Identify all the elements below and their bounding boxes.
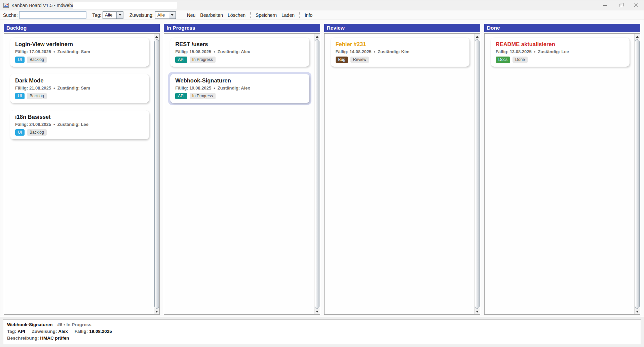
card-body: Fehler #231Fällig: 14.08.2025•Zuständig:…	[331, 38, 469, 67]
scroll-up-button[interactable]	[314, 34, 320, 39]
close-button[interactable]	[628, 0, 644, 10]
column-scrollbar[interactable]	[314, 34, 320, 314]
card-due: Fällig: 21.08.2025	[15, 85, 51, 91]
card[interactable]: REST /usersFällig: 15.08.2025•Zuständig:…	[168, 36, 311, 69]
scrollbar-thumb[interactable]	[315, 39, 319, 309]
tag-filter-select[interactable]: Alle	[103, 11, 123, 19]
arrow-up-icon	[636, 36, 639, 38]
bullet-separator: •	[214, 49, 215, 54]
scroll-down-button[interactable]	[314, 309, 320, 314]
scroll-down-button[interactable]	[635, 309, 640, 314]
column-panel: README aktualisierenFällig: 13.08.2025•Z…	[484, 33, 640, 315]
detail-assignment-label: Zuweisung:	[32, 329, 57, 334]
card[interactable]: Login-View verfeinernFällig: 17.08.2025•…	[8, 36, 151, 69]
card-tags: UIBacklog	[15, 57, 144, 63]
card-meta: Fällig: 13.08.2025•Zuständig: Lee	[496, 49, 624, 54]
kanban-column-done: DoneREADME aktualisierenFällig: 13.08.20…	[484, 24, 640, 315]
column-card-list: REST /usersFällig: 15.08.2025•Zuständig:…	[164, 34, 314, 314]
scroll-down-button[interactable]	[475, 309, 480, 314]
tag-chip-in-progress: In Progress	[190, 57, 216, 63]
card[interactable]: Fehler #231Fällig: 14.08.2025•Zuständig:…	[329, 36, 471, 69]
column-card-list: Fehler #231Fällig: 14.08.2025•Zuständig:…	[325, 34, 474, 314]
card-title: Login-View verfeinern	[15, 41, 144, 47]
scroll-down-button[interactable]	[154, 309, 159, 314]
column-scrollbar[interactable]	[154, 34, 159, 314]
tag-chip-review: Review	[350, 57, 369, 63]
toolbar-button-neu[interactable]: Neu	[185, 11, 198, 19]
card-tags: UIBacklog	[15, 93, 144, 99]
bullet-separator: •	[53, 122, 55, 127]
arrow-down-icon	[476, 311, 479, 313]
card[interactable]: i18n BasissetFällig: 24.08.2025•Zuständi…	[8, 108, 151, 141]
title-bar: Kanban Board V1.5 - mdwebdev.de	[0, 0, 644, 10]
toolbar-button-speichern[interactable]: Speichern	[253, 11, 279, 19]
titlebar-highlight-box	[73, 2, 177, 9]
kanban-column-review: ReviewFehler #231Fällig: 14.08.2025•Zust…	[324, 24, 480, 315]
card-title: REST /users	[175, 41, 304, 47]
column-header: Done	[484, 24, 640, 32]
column-panel: Login-View verfeinernFällig: 17.08.2025•…	[4, 33, 160, 315]
tag-chip-api: API	[175, 93, 187, 99]
tag-chip-ui: UI	[15, 129, 25, 136]
toolbar-button-l-schen[interactable]: Löschen	[225, 11, 248, 19]
detail-line-1: Webhook-Signaturen #6 • In Progress	[7, 321, 637, 328]
card-due: Fällig: 17.08.2025	[15, 49, 51, 54]
bullet-separator: •	[53, 49, 55, 54]
bullet-separator: •	[53, 85, 55, 91]
card-due: Fällig: 24.08.2025	[15, 122, 51, 127]
card-assignee: Zuständig: Alex	[218, 85, 250, 91]
toolbar-button-bearbeiten[interactable]: Bearbeiten	[198, 11, 225, 19]
column-card-list: README aktualisierenFällig: 13.08.2025•Z…	[485, 34, 634, 314]
assignment-filter-label: Zuweisung:	[129, 12, 154, 18]
scroll-up-button[interactable]	[635, 34, 640, 39]
scrollbar-thumb[interactable]	[635, 39, 640, 309]
column-scrollbar[interactable]	[634, 34, 640, 314]
card[interactable]: Webhook-SignaturenFällig: 19.08.2025•Zus…	[168, 72, 311, 105]
minimize-button[interactable]	[597, 0, 613, 10]
column-header: Backlog	[4, 24, 160, 32]
tag-chip-backlog: Backlog	[27, 57, 47, 63]
tag-filter-label: Tag:	[92, 12, 101, 18]
chevron-down-icon[interactable]	[169, 12, 176, 19]
detail-description-value: HMAC prüfen	[40, 336, 69, 341]
assignment-filter-select[interactable]: Alle	[155, 11, 176, 19]
column-header: Review	[324, 24, 480, 32]
card-title: README aktualisieren	[496, 41, 624, 47]
tag-chip-backlog: Backlog	[27, 93, 47, 99]
scrollbar-thumb[interactable]	[154, 39, 159, 309]
card-title: Webhook-Signaturen	[175, 77, 304, 84]
tag-chip-done: Done	[513, 57, 528, 63]
card-assignee: Zuständig: Sam	[58, 85, 90, 91]
kanban-column-in-progress: In ProgressREST /usersFällig: 15.08.2025…	[164, 24, 320, 315]
card-tags: APIIn Progress	[175, 57, 304, 63]
arrow-down-icon	[636, 311, 639, 313]
card[interactable]: Dark ModeFällig: 21.08.2025•Zuständig: S…	[8, 72, 151, 105]
card-tags: APIIn Progress	[175, 93, 304, 99]
card-meta: Fällig: 14.08.2025•Zuständig: Kim	[336, 49, 464, 54]
card-detail-panel: Webhook-Signaturen #6 • In Progress Tag:…	[3, 319, 641, 344]
card-body: Webhook-SignaturenFällig: 19.08.2025•Zus…	[170, 74, 309, 103]
card-meta: Fällig: 21.08.2025•Zuständig: Sam	[15, 85, 144, 91]
search-input[interactable]	[19, 11, 86, 19]
search-label: Suche:	[3, 12, 18, 18]
arrow-up-icon	[155, 36, 158, 38]
card-meta: Fällig: 24.08.2025•Zuständig: Lee	[15, 122, 144, 127]
scrollbar-thumb[interactable]	[475, 39, 480, 309]
app-icon	[3, 3, 9, 8]
chevron-down-icon[interactable]	[116, 12, 123, 19]
scroll-up-button[interactable]	[154, 34, 159, 39]
tag-chip-in-progress: In Progress	[190, 93, 216, 99]
card-body: README aktualisierenFällig: 13.08.2025•Z…	[491, 38, 630, 67]
kanban-column-backlog: BacklogLogin-View verfeinernFällig: 17.0…	[4, 24, 160, 315]
column-panel: Fehler #231Fällig: 14.08.2025•Zuständig:…	[324, 33, 480, 315]
scroll-up-button[interactable]	[475, 34, 480, 39]
toolbar-button-laden[interactable]: Laden	[279, 11, 297, 19]
toolbar-button-info[interactable]: Info	[302, 11, 315, 19]
bullet-separator: •	[534, 49, 536, 54]
column-scrollbar[interactable]	[474, 34, 480, 314]
card[interactable]: README aktualisierenFällig: 13.08.2025•Z…	[489, 36, 632, 69]
card-due: Fällig: 13.08.2025	[496, 49, 532, 54]
toolbar-separator	[299, 12, 300, 18]
card-assignee: Zuständig: Alex	[218, 49, 250, 54]
restore-button[interactable]	[613, 0, 628, 10]
